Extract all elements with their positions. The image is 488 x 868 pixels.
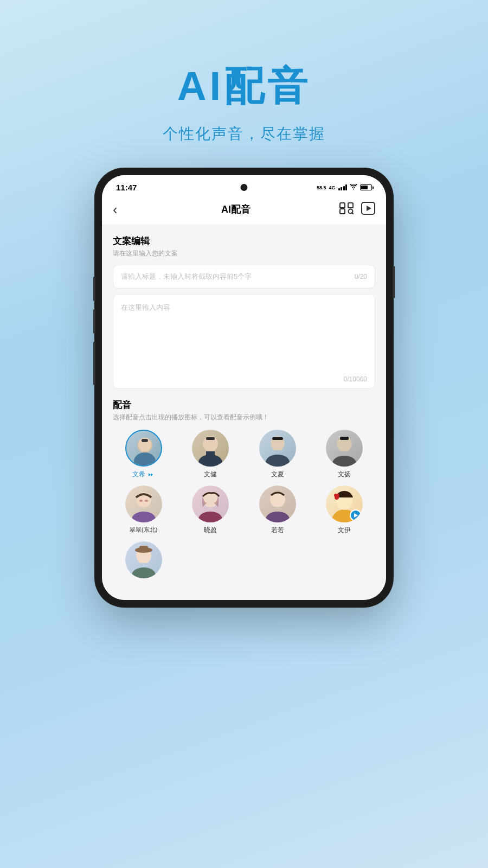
voice-section-title: 配音 — [113, 399, 375, 411]
camera-notch — [241, 184, 248, 191]
svg-rect-20 — [272, 437, 283, 440]
voice-avatar-ruoruo — [259, 486, 296, 522]
voice-avatar-extra — [125, 541, 162, 578]
volume-button-1 — [93, 277, 95, 301]
voice-grid-row-2: 翠翠(东北) — [113, 486, 375, 535]
svg-rect-16 — [206, 451, 215, 461]
content-input-placeholder: 在这里输入内容 — [121, 303, 170, 311]
network-type: 4G — [329, 185, 335, 190]
svg-rect-23 — [339, 446, 350, 451]
power-button — [393, 266, 395, 298]
svg-rect-15 — [206, 437, 215, 440]
svg-point-21 — [332, 456, 356, 467]
svg-point-17 — [266, 455, 290, 467]
screen-content: 文案编辑 请在这里输入您的文案 请输入标题，未输入时将截取内容前5个字 0/20… — [102, 225, 386, 600]
svg-point-30 — [198, 512, 222, 522]
back-button[interactable]: ‹ — [113, 202, 132, 216]
voice-item-extra[interactable] — [113, 541, 175, 590]
voice-avatar-wenxi — [125, 430, 162, 467]
wifi-icon — [350, 184, 357, 192]
svg-point-33 — [266, 512, 290, 522]
title-input-count: 0/20 — [355, 273, 367, 280]
voice-section: 配音 选择配音点击出现的播放图标，可以查看配音示例哦！ — [113, 399, 375, 590]
svg-rect-44 — [138, 558, 149, 563]
svg-rect-35 — [272, 501, 283, 507]
voice-item-ruoruo[interactable]: 若若 — [247, 486, 309, 535]
voice-avatar-xiaoying — [192, 486, 229, 522]
voice-grid-row-3 — [113, 541, 375, 590]
svg-rect-10 — [140, 447, 149, 451]
phone-frame: 11:47 58.5 4G — [95, 168, 393, 607]
voice-name-ruoruo: 若若 — [271, 526, 284, 535]
title-input-field[interactable]: 请输入标题，未输入时将截取内容前5个字 0/20 — [113, 265, 375, 289]
voice-item-xiaoying[interactable]: 晓盈 — [180, 486, 242, 535]
voice-name-wenyang: 文扬 — [338, 470, 351, 479]
voice-avatar-wenyi — [326, 486, 363, 522]
content-input-field[interactable]: 在这里输入内容 0/10000 — [113, 294, 375, 389]
voice-grid-row-1: 文希 — [113, 430, 375, 479]
svg-marker-6 — [367, 206, 371, 211]
voice-avatar-cuicui — [125, 486, 162, 522]
volume-button-2 — [93, 309, 95, 334]
voice-name-cuicui: 翠翠(东北) — [130, 526, 157, 534]
copy-section-subtitle: 请在这里输入您的文案 — [113, 249, 375, 258]
network-indicator: 58.5 — [317, 185, 326, 190]
svg-point-25 — [132, 512, 156, 522]
voice-name-wenxia: 文夏 — [271, 470, 284, 479]
scan-icon-button[interactable] — [339, 202, 354, 216]
svg-point-29 — [145, 500, 148, 502]
nav-title: AI配音 — [132, 203, 339, 216]
svg-rect-19 — [273, 445, 282, 450]
svg-rect-14 — [205, 446, 216, 451]
phone-screen: 11:47 58.5 4G — [102, 175, 386, 600]
page-background: AI配音 个性化声音，尽在掌握 11:47 58.5 4G — [0, 0, 488, 868]
voice-avatar-wenyang — [326, 430, 363, 467]
signal-icon — [338, 184, 348, 190]
active-voice-badge — [350, 509, 362, 521]
svg-rect-27 — [138, 501, 149, 507]
status-bar: 11:47 58.5 4G — [102, 175, 386, 196]
voice-name-wenxi: 文希 — [132, 470, 155, 479]
voice-name-xiaoying: 晓盈 — [204, 526, 217, 535]
svg-rect-38 — [339, 503, 350, 509]
svg-rect-1 — [348, 203, 353, 208]
voice-section-subtitle: 选择配音点击出现的播放图标，可以查看配音示例哦！ — [113, 413, 375, 422]
voice-item-cuicui[interactable]: 翠翠(东北) — [113, 486, 175, 535]
voice-item-wenyi[interactable]: 文伊 — [314, 486, 376, 535]
play-icon-button[interactable] — [361, 202, 375, 217]
content-input-count: 0/10000 — [344, 375, 367, 383]
voice-name-wenyi: 文伊 — [338, 526, 351, 535]
status-time: 11:47 — [116, 183, 137, 192]
svg-rect-32 — [205, 501, 216, 507]
copy-section: 文案编辑 请在这里输入您的文案 请输入标题，未输入时将截取内容前5个字 0/20… — [113, 235, 375, 389]
svg-rect-11 — [142, 439, 148, 442]
svg-rect-2 — [340, 209, 345, 214]
svg-line-4 — [352, 213, 354, 214]
main-subtitle: 个性化声音，尽在掌握 — [163, 124, 325, 144]
svg-point-41 — [336, 494, 339, 497]
svg-point-28 — [139, 500, 143, 502]
svg-rect-24 — [340, 437, 349, 440]
title-input-placeholder: 请输入标题，未输入时将截取内容前5个字 — [121, 272, 252, 282]
voice-name-wenjian: 文健 — [204, 470, 217, 479]
svg-point-8 — [134, 452, 156, 467]
voice-item-wenxi[interactable]: 文希 — [113, 430, 175, 479]
voice-avatar-wenxia — [259, 430, 296, 467]
page-header: AI配音 个性化声音，尽在掌握 — [163, 60, 325, 144]
battery-icon — [360, 184, 372, 190]
svg-rect-46 — [139, 546, 148, 551]
copy-section-title: 文案编辑 — [113, 235, 375, 247]
voice-item-wenxia[interactable]: 文夏 — [247, 430, 309, 479]
svg-point-42 — [132, 567, 156, 578]
top-nav: ‹ AI配音 — [102, 196, 386, 225]
voice-avatar-wenjian — [192, 430, 229, 467]
voice-item-wenjian[interactable]: 文健 — [180, 430, 242, 479]
main-title: AI配音 — [163, 60, 325, 114]
voice-item-wenyang[interactable]: 文扬 — [314, 430, 376, 479]
status-icons: 58.5 4G — [317, 184, 372, 192]
volume-button-3 — [93, 342, 95, 385]
nav-actions — [339, 202, 375, 217]
svg-rect-0 — [340, 203, 345, 208]
